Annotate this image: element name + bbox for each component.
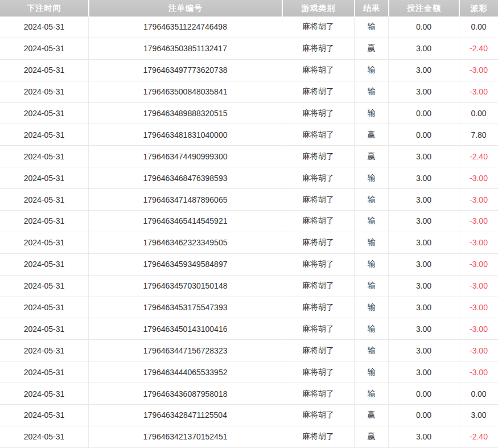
- cell-payout: -2.40: [459, 146, 498, 167]
- cell-result: 输: [354, 17, 388, 38]
- cell-bet-time: 2024-05-31: [0, 211, 88, 232]
- cell-result: 赢: [354, 405, 388, 426]
- cell-order-id: 1796463489888320515: [88, 103, 282, 124]
- cell-result: 输: [354, 81, 388, 102]
- col-header-bet-time: 下注时间: [0, 0, 88, 17]
- cell-bet-time: 2024-05-31: [0, 38, 88, 59]
- cell-bet-amount: 0.00: [388, 383, 459, 404]
- cell-bet-time: 2024-05-31: [0, 318, 88, 339]
- table-body: 2024-05-311796463511224746498麻将胡了输0.000.…: [0, 17, 498, 448]
- cell-result: 赢: [354, 146, 388, 167]
- table-row: 2024-05-311796463500848035841麻将胡了输3.00-3…: [0, 81, 498, 103]
- cell-game-type: 麻将胡了: [282, 60, 354, 81]
- cell-payout: -3.00: [459, 232, 498, 253]
- cell-bet-amount: 3.00: [388, 146, 459, 167]
- table-header-row: 下注时间注单编号游戏类别结果投注金额派彩: [0, 0, 498, 17]
- table-row: 2024-05-311796463489888320515麻将胡了输0.000.…: [0, 103, 498, 125]
- cell-bet-time: 2024-05-31: [0, 124, 88, 145]
- col-header-bet-amount: 投注金额: [388, 0, 459, 17]
- cell-bet-amount: 3.00: [388, 189, 459, 210]
- cell-payout: -3.00: [459, 60, 498, 81]
- cell-game-type: 麻将胡了: [282, 426, 354, 447]
- cell-bet-time: 2024-05-31: [0, 426, 88, 447]
- cell-bet-time: 2024-05-31: [0, 276, 88, 297]
- cell-bet-time: 2024-05-31: [0, 60, 88, 81]
- table-row: 2024-05-311796463465414545921麻将胡了输3.00-3…: [0, 211, 498, 232]
- cell-bet-time: 2024-05-31: [0, 81, 88, 102]
- cell-payout: -3.00: [459, 254, 498, 275]
- cell-order-id: 1796463444065533952: [88, 361, 282, 383]
- cell-order-id: 1796463457030150148: [88, 276, 282, 297]
- cell-payout: -2.40: [459, 38, 498, 59]
- cell-bet-time: 2024-05-31: [0, 361, 88, 383]
- table-row: 2024-05-311796463511224746498麻将胡了输0.000.…: [0, 17, 498, 38]
- cell-bet-time: 2024-05-31: [0, 167, 88, 188]
- cell-game-type: 麻将胡了: [282, 405, 354, 426]
- table-row: 2024-05-311796463421370152451麻将胡了赢3.00-2…: [0, 426, 498, 448]
- cell-payout: -3.00: [459, 167, 498, 188]
- cell-result: 输: [354, 211, 388, 232]
- cell-order-id: 1796463462323349505: [88, 232, 282, 253]
- cell-order-id: 1796463500848035841: [88, 81, 282, 102]
- cell-order-id: 1796463471487896065: [88, 189, 282, 210]
- col-header-payout: 派彩: [459, 0, 498, 17]
- table-row: 2024-05-311796463503851132417麻将胡了赢3.00-2…: [0, 38, 498, 60]
- table-row: 2024-05-311796463459349584897麻将胡了输3.00-3…: [0, 254, 498, 276]
- cell-bet-amount: 3.00: [388, 361, 459, 383]
- cell-bet-amount: 0.00: [388, 103, 459, 124]
- table-row: 2024-05-311796463481831040000麻将胡了赢0.007.…: [0, 124, 498, 146]
- cell-result: 赢: [354, 426, 388, 447]
- cell-game-type: 麻将胡了: [282, 81, 354, 102]
- table-row: 2024-05-311796463450143100416麻将胡了输3.00-3…: [0, 318, 498, 340]
- cell-bet-time: 2024-05-31: [0, 189, 88, 210]
- table-row: 2024-05-311796463428471125504麻将胡了赢0.003.…: [0, 405, 498, 426]
- cell-payout: 7.80: [459, 124, 498, 145]
- cell-game-type: 麻将胡了: [282, 361, 354, 383]
- cell-game-type: 麻将胡了: [282, 146, 354, 167]
- cell-bet-time: 2024-05-31: [0, 297, 88, 318]
- cell-game-type: 麻将胡了: [282, 38, 354, 59]
- cell-bet-amount: 0.00: [388, 124, 459, 145]
- table-row: 2024-05-311796463471487896065麻将胡了输3.00-3…: [0, 189, 498, 211]
- cell-result: 输: [354, 232, 388, 253]
- table-row: 2024-05-311796463436087958018麻将胡了输0.000.…: [0, 383, 498, 405]
- cell-result: 输: [354, 254, 388, 275]
- cell-order-id: 1796463474490999300: [88, 146, 282, 167]
- cell-order-id: 1796463459349584897: [88, 254, 282, 275]
- cell-bet-amount: 3.00: [388, 211, 459, 232]
- cell-order-id: 1796463465414545921: [88, 211, 282, 232]
- cell-game-type: 麻将胡了: [282, 189, 354, 210]
- cell-bet-time: 2024-05-31: [0, 146, 88, 167]
- cell-game-type: 麻将胡了: [282, 103, 354, 124]
- cell-payout: -2.40: [459, 426, 498, 447]
- cell-game-type: 麻将胡了: [282, 254, 354, 275]
- cell-bet-amount: 3.00: [388, 167, 459, 188]
- cell-order-id: 1796463447156728323: [88, 340, 282, 361]
- cell-bet-amount: 3.00: [388, 426, 459, 447]
- cell-bet-time: 2024-05-31: [0, 383, 88, 404]
- cell-game-type: 麻将胡了: [282, 124, 354, 145]
- cell-payout: 3.00: [459, 405, 498, 426]
- cell-game-type: 麻将胡了: [282, 167, 354, 188]
- cell-game-type: 麻将胡了: [282, 17, 354, 38]
- cell-result: 输: [354, 189, 388, 210]
- cell-game-type: 麻将胡了: [282, 383, 354, 404]
- table-row: 2024-05-311796463474490999300麻将胡了赢3.00-2…: [0, 146, 498, 167]
- table-row: 2024-05-311796463468476398593麻将胡了输3.00-3…: [0, 167, 498, 189]
- cell-game-type: 麻将胡了: [282, 232, 354, 253]
- cell-order-id: 1796463428471125504: [88, 405, 282, 426]
- cell-order-id: 1796463497773620738: [88, 60, 282, 81]
- cell-payout: -3.00: [459, 189, 498, 210]
- table-row: 2024-05-311796463497773620738麻将胡了输3.00-3…: [0, 60, 498, 81]
- cell-result: 输: [354, 340, 388, 361]
- col-header-order-id: 注单编号: [88, 0, 282, 17]
- cell-payout: -3.00: [459, 211, 498, 232]
- cell-result: 输: [354, 318, 388, 339]
- cell-bet-amount: 3.00: [388, 276, 459, 297]
- cell-game-type: 麻将胡了: [282, 276, 354, 297]
- col-header-game-type: 游戏类别: [282, 0, 354, 17]
- cell-payout: -3.00: [459, 318, 498, 339]
- cell-payout: -3.00: [459, 340, 498, 361]
- cell-result: 输: [354, 167, 388, 188]
- cell-order-id: 1796463421370152451: [88, 426, 282, 447]
